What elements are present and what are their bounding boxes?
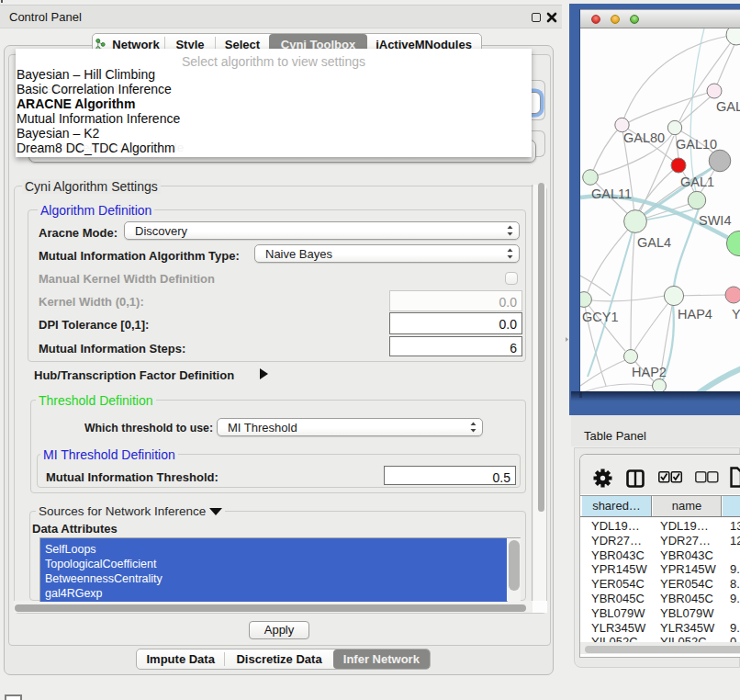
svg-text:HAP4: HAP4 [678, 307, 712, 322]
svg-text:GCY1: GCY1 [582, 310, 619, 324]
svg-text:HAP2: HAP2 [632, 365, 667, 379]
svg-text:GAL80: GAL80 [623, 130, 665, 145]
svg-text:GAL10: GAL10 [676, 137, 717, 152]
svg-text:GAL4: GAL4 [637, 235, 671, 250]
svg-text:Y: Y [732, 307, 740, 322]
svg-text:GAL1: GAL1 [680, 175, 714, 189]
svg-text:SWI4: SWI4 [699, 213, 731, 228]
svg-text:GAL: GAL [716, 99, 740, 114]
svg-text:GAL11: GAL11 [591, 186, 632, 201]
